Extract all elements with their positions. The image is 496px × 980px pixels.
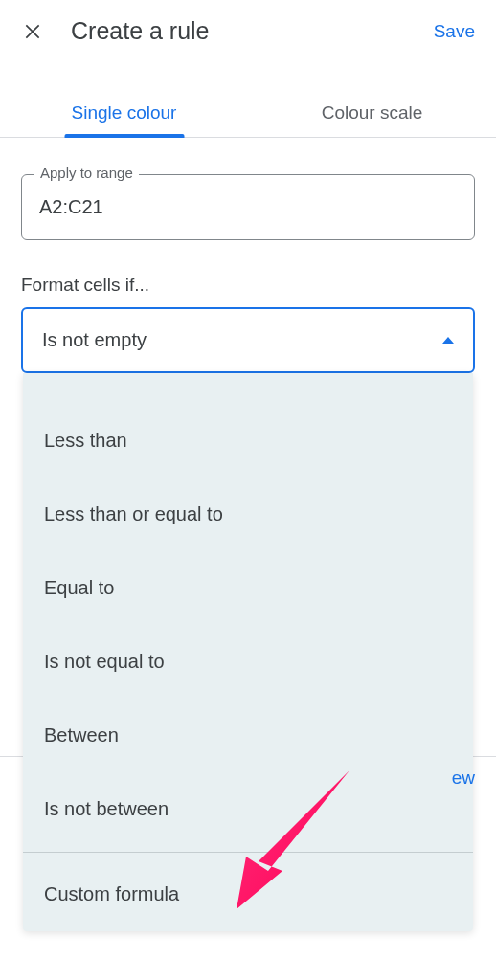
dropdown-item-not-between[interactable]: Is not between: [23, 772, 473, 846]
dropdown-item-less-than-or-equal[interactable]: Less than or equal to: [23, 478, 473, 551]
dropdown-item-not-equal-to[interactable]: Is not equal to: [23, 625, 473, 699]
content: Apply to range Format cells if... Is not…: [0, 138, 496, 931]
header-left: Create a rule: [21, 17, 210, 45]
dropdown-menu: Less than Less than or equal to Equal to…: [23, 373, 473, 931]
dropdown-item-custom-formula[interactable]: Custom formula: [23, 852, 473, 931]
save-button[interactable]: Save: [434, 21, 475, 42]
dropdown-item-less-than[interactable]: Less than: [23, 404, 473, 478]
format-cells-label: Format cells if...: [21, 275, 475, 296]
tab-colour-scale[interactable]: Colour scale: [248, 89, 496, 137]
hidden-link-fragment: ew: [452, 768, 475, 789]
range-input[interactable]: [21, 174, 475, 240]
format-condition-dropdown[interactable]: Is not empty: [21, 307, 475, 373]
dropdown-selected-value: Is not empty: [42, 329, 147, 351]
chevron-up-icon: [442, 337, 454, 344]
close-icon[interactable]: [21, 20, 44, 43]
tab-single-colour[interactable]: Single colour: [0, 89, 248, 137]
range-input-group: Apply to range: [21, 174, 475, 240]
dropdown-item-equal-to[interactable]: Equal to: [23, 551, 473, 625]
dropdown-item-between[interactable]: Between: [23, 699, 473, 772]
range-label: Apply to range: [34, 165, 139, 181]
page-title: Create a rule: [71, 17, 210, 45]
tabs: Single colour Colour scale: [0, 89, 496, 138]
header: Create a rule Save: [0, 0, 496, 62]
